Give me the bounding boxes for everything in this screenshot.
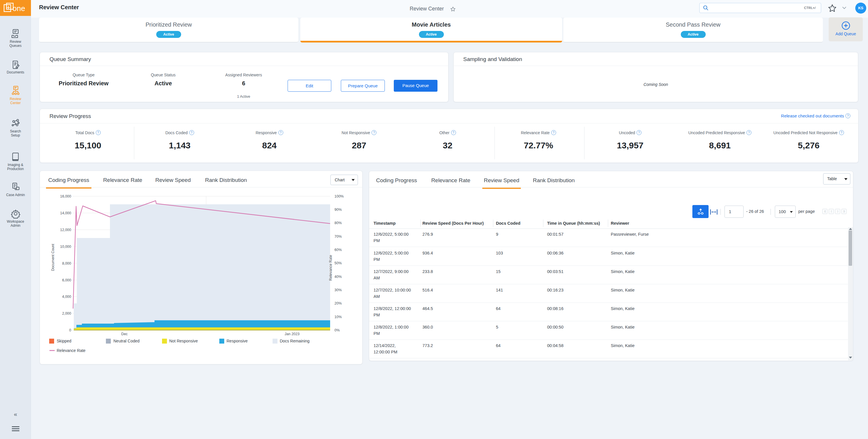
svg-text:10,000: 10,000 (60, 245, 71, 249)
svg-text:6,000: 6,000 (62, 278, 71, 282)
svg-text:40%: 40% (335, 275, 342, 279)
svg-text:14,000: 14,000 (60, 211, 71, 215)
svg-text:10%: 10% (335, 315, 342, 319)
svg-text:60%: 60% (335, 248, 342, 252)
svg-text:Relevance Rate: Relevance Rate (329, 255, 333, 281)
svg-text:one: one (13, 4, 25, 13)
svg-text:Skipped: Skipped (57, 339, 71, 343)
svg-text:Responsive: Responsive (226, 339, 248, 343)
svg-text:Dec: Dec (121, 332, 128, 336)
svg-text:20%: 20% (335, 301, 342, 305)
svg-text:Neutral Coded: Neutral Coded (114, 339, 140, 343)
svg-text:0: 0 (69, 328, 71, 332)
svg-text:Docs Remaining: Docs Remaining (280, 339, 310, 343)
svg-text:Jan 2023: Jan 2023 (285, 332, 300, 336)
svg-text:30%: 30% (335, 288, 342, 292)
svg-text:0%: 0% (335, 328, 340, 332)
svg-text:100%: 100% (335, 194, 344, 198)
svg-text:Relevance Rate: Relevance Rate (57, 348, 86, 353)
svg-text:Document Count: Document Count (51, 244, 55, 271)
svg-text:4,000: 4,000 (62, 295, 71, 299)
svg-text:12,000: 12,000 (60, 228, 71, 232)
svg-text:Not Responsive: Not Responsive (169, 339, 198, 343)
svg-text:80%: 80% (335, 221, 342, 225)
svg-text:16,000: 16,000 (60, 194, 71, 198)
svg-text:50%: 50% (335, 261, 342, 265)
svg-text:8,000: 8,000 (62, 261, 71, 265)
svg-text:90%: 90% (335, 208, 342, 212)
svg-text:70%: 70% (335, 234, 342, 239)
svg-text:2,000: 2,000 (62, 311, 71, 315)
